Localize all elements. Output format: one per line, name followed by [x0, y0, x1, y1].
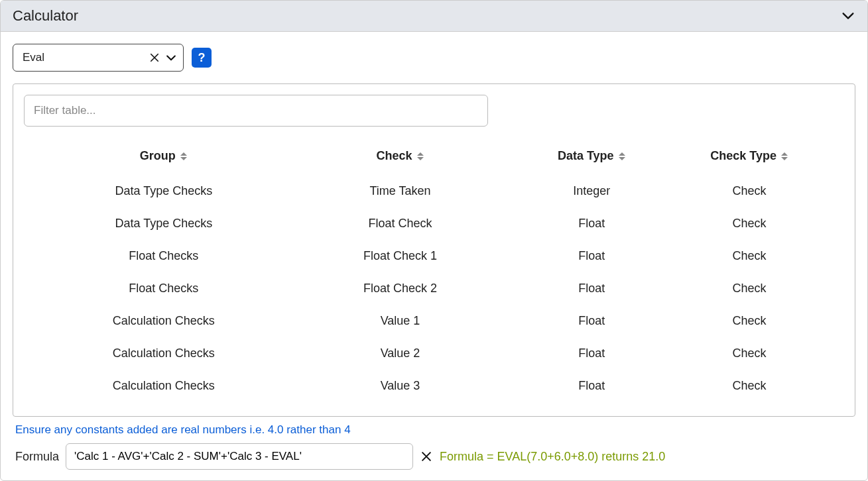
panel-body: Eval ? Group	[1, 32, 867, 480]
cell-group: Float Checks	[40, 249, 288, 263]
cell-check: Value 2	[288, 347, 513, 360]
cell-group: Calculation Checks	[40, 314, 288, 328]
data-grid: Group Check Data Typ	[13, 137, 855, 416]
panel-header: Calculator	[1, 1, 867, 32]
filter-row	[13, 95, 855, 137]
spacer	[13, 402, 855, 416]
cell-group: Data Type Checks	[40, 184, 288, 198]
cell-check: Value 1	[288, 314, 513, 328]
chevron-down-icon	[841, 9, 855, 23]
formula-label: Formula	[15, 450, 59, 464]
table-row[interactable]: Calculation Checks Value 3 Float Check	[13, 370, 855, 402]
col-header-checktype[interactable]: Check Type	[670, 149, 828, 163]
sort-icon	[618, 151, 626, 162]
cell-check: Float Check 1	[288, 249, 513, 263]
table-row[interactable]: Calculation Checks Value 2 Float Check	[13, 337, 855, 370]
cell-checktype: Check	[670, 184, 828, 198]
formula-input[interactable]	[66, 443, 413, 470]
hint-text: Ensure any constants added are real numb…	[13, 417, 855, 443]
close-icon	[420, 450, 433, 463]
panel-collapse-toggle[interactable]	[841, 9, 855, 23]
filter-input[interactable]	[24, 95, 488, 127]
function-select-clear[interactable]	[149, 52, 160, 64]
grid-body[interactable]: Data Type Checks Time Taken Integer Chec…	[13, 175, 855, 416]
cell-datatype: Float	[513, 217, 670, 231]
table-row[interactable]: Data Type Checks Time Taken Integer Chec…	[13, 175, 855, 207]
col-header-datatype[interactable]: Data Type	[513, 149, 670, 163]
formula-result: Formula = EVAL(7.0+6.0+8.0) returns 21.0	[440, 450, 665, 464]
cell-datatype: Float	[513, 314, 670, 328]
grid-body-container: Data Type Checks Time Taken Integer Chec…	[13, 175, 855, 416]
col-header-check-label: Check	[377, 149, 412, 163]
table-row[interactable]: Calculation Checks Value 1 Float Check	[13, 305, 855, 337]
chevron-down-icon	[164, 51, 178, 64]
cell-checktype: Check	[670, 282, 828, 295]
cell-checktype: Check	[670, 379, 828, 393]
cell-checktype: Check	[670, 217, 828, 231]
table-container: Group Check Data Typ	[13, 83, 855, 417]
cell-checktype: Check	[670, 314, 828, 328]
sort-icon	[780, 151, 788, 162]
help-icon: ?	[198, 51, 206, 65]
table-row[interactable]: Float Checks Float Check 2 Float Check	[13, 272, 855, 305]
sort-icon	[416, 151, 424, 162]
help-button[interactable]: ?	[192, 48, 212, 68]
cell-datatype: Float	[513, 282, 670, 295]
cell-checktype: Check	[670, 347, 828, 360]
table-row[interactable]: Float Checks Float Check 1 Float Check	[13, 240, 855, 272]
col-header-group-label: Group	[140, 149, 176, 163]
formula-row: Formula Formula = EVAL(7.0+6.0+8.0) retu…	[13, 443, 855, 472]
cell-datatype: Integer	[513, 184, 670, 198]
cell-datatype: Float	[513, 347, 670, 360]
col-header-checktype-label: Check Type	[710, 149, 776, 163]
calculator-panel: Calculator Eval ?	[0, 0, 868, 481]
function-select-dropdown[interactable]	[164, 51, 178, 64]
cell-datatype: Float	[513, 249, 670, 263]
cell-check: Float Check	[288, 217, 513, 231]
cell-check: Value 3	[288, 379, 513, 393]
sort-icon	[180, 151, 188, 162]
function-select[interactable]: Eval	[13, 44, 184, 72]
function-select-value: Eval	[23, 51, 145, 64]
cell-checktype: Check	[670, 249, 828, 263]
cell-datatype: Float	[513, 379, 670, 393]
close-icon	[149, 52, 160, 64]
col-header-group[interactable]: Group	[40, 149, 288, 163]
cell-group: Data Type Checks	[40, 217, 288, 231]
grid-header: Group Check Data Typ	[13, 137, 855, 175]
cell-group: Float Checks	[40, 282, 288, 295]
cell-check: Float Check 2	[288, 282, 513, 295]
table-row[interactable]: Data Type Checks Float Check Float Check	[13, 207, 855, 240]
cell-group: Calculation Checks	[40, 347, 288, 360]
panel-title: Calculator	[13, 7, 78, 25]
col-header-datatype-label: Data Type	[558, 149, 614, 163]
formula-clear-button[interactable]	[420, 450, 433, 463]
cell-group: Calculation Checks	[40, 379, 288, 393]
top-controls: Eval ?	[13, 44, 855, 72]
col-header-check[interactable]: Check	[288, 149, 513, 163]
cell-check: Time Taken	[288, 184, 513, 198]
